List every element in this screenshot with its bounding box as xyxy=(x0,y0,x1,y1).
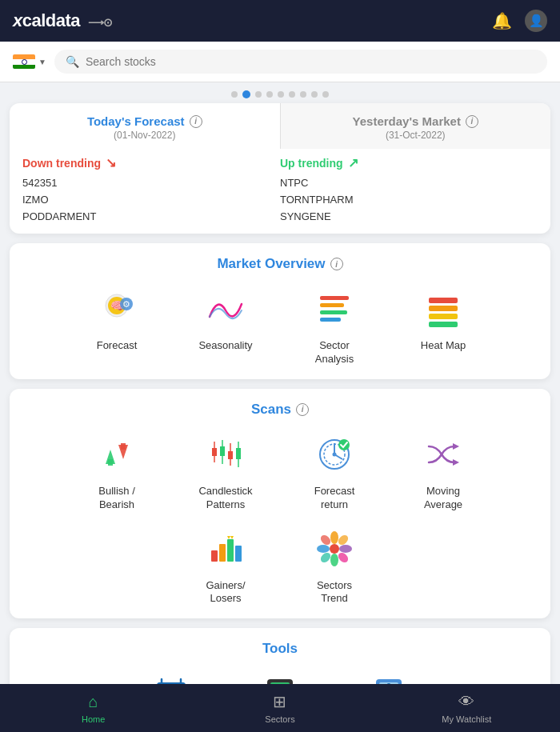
profile-icon[interactable]: 👤 xyxy=(525,10,547,32)
page-dots xyxy=(0,82,560,103)
today-title: Today's Forecast xyxy=(87,114,185,128)
sectors-trend-label: SectorsTrend xyxy=(317,579,352,606)
sectors-trend-icon xyxy=(310,525,358,573)
svg-rect-5 xyxy=(320,296,349,300)
svg-rect-21 xyxy=(220,446,225,456)
heatmap-label: Heat Map xyxy=(421,339,466,353)
svg-rect-40 xyxy=(235,546,242,562)
search-input[interactable] xyxy=(86,55,536,68)
market-overview-title: Market Overview i xyxy=(22,256,538,272)
forecast-header: Today's Forecast i (01-Nov-2022) Yesterd… xyxy=(10,103,550,149)
stocks-row: 542351 IZMO PODDARMENT NTPC TORNTPHARM S… xyxy=(10,174,550,234)
forecast-icon: 🧠 ⚙ xyxy=(93,285,141,333)
dot-1[interactable] xyxy=(231,91,238,98)
scans-grid: Bullish /Bearish xyxy=(22,430,538,606)
watchlist-icon: 👁 xyxy=(458,693,474,711)
market-overview-grid: 🧠 ⚙ Forecast Seasonality xyxy=(22,285,538,366)
svg-point-50 xyxy=(337,550,350,564)
bullish-bearish-icon xyxy=(93,430,141,478)
svg-point-47 xyxy=(319,533,333,546)
dot-2[interactable] xyxy=(242,90,250,98)
country-selector[interactable]: ▼ xyxy=(13,54,46,69)
nav-home[interactable]: ⌂ Home xyxy=(0,684,186,732)
seasonality-item[interactable]: Seasonality xyxy=(178,285,274,366)
down-stock-3[interactable]: PODDARMENT xyxy=(22,210,280,222)
dot-7[interactable] xyxy=(300,91,306,98)
bullish-bearish-label: Bullish /Bearish xyxy=(98,485,135,512)
svg-marker-36 xyxy=(453,459,459,466)
svg-point-44 xyxy=(330,554,338,566)
down-stock-2[interactable]: IZMO xyxy=(22,194,280,206)
svg-marker-41 xyxy=(227,536,234,539)
sector-analysis-icon xyxy=(310,285,358,333)
down-stock-1[interactable]: 542351 xyxy=(22,177,280,189)
svg-rect-7 xyxy=(320,310,347,314)
svg-rect-12 xyxy=(429,322,458,327)
logo: xcaldata ⟶⊙ xyxy=(13,10,113,31)
scans-info-icon[interactable]: i xyxy=(296,403,309,416)
up-stock-2[interactable]: TORNTPHARM xyxy=(280,194,538,206)
heatmap-item[interactable]: Heat Map xyxy=(395,285,491,366)
svg-marker-35 xyxy=(453,443,459,450)
svg-point-49 xyxy=(319,550,333,564)
svg-rect-14 xyxy=(108,459,113,466)
down-stocks-col: 542351 IZMO PODDARMENT xyxy=(22,177,280,222)
yesterday-title: Yesterday's Market xyxy=(353,114,461,128)
nav-watchlist[interactable]: 👁 My Watchlist xyxy=(374,684,560,732)
forecast-return-label: Forecastreturn xyxy=(314,485,355,512)
svg-rect-38 xyxy=(219,544,226,562)
candlestick-icon xyxy=(202,430,250,478)
seasonality-icon xyxy=(202,285,250,333)
forecast-card: Today's Forecast i (01-Nov-2022) Yesterd… xyxy=(10,103,550,234)
tools-title: Tools xyxy=(22,641,538,657)
india-flag xyxy=(13,54,35,69)
up-stock-3[interactable]: SYNGENE xyxy=(280,210,538,222)
forecast-return-item[interactable]: Forecastreturn xyxy=(286,430,382,512)
forecast-label: Forecast xyxy=(97,339,138,353)
sectors-trend-item[interactable]: SectorsTrend xyxy=(286,525,382,606)
svg-rect-39 xyxy=(227,539,234,562)
up-stock-1[interactable]: NTPC xyxy=(280,177,538,189)
candlestick-label: CandlestickPatterns xyxy=(198,485,252,512)
sector-analysis-label: SectorAnalysis xyxy=(315,339,354,366)
sector-analysis-item[interactable]: SectorAnalysis xyxy=(286,285,382,366)
up-stocks-col: NTPC TORNTPHARM SYNGENE xyxy=(280,177,538,222)
dot-4[interactable] xyxy=(266,91,273,98)
moving-average-item[interactable]: MovingAverage xyxy=(395,430,491,512)
nav-home-label: Home xyxy=(82,714,105,724)
country-chevron: ▼ xyxy=(38,58,46,66)
dot-8[interactable] xyxy=(311,91,318,98)
scans-title: Scans i xyxy=(22,402,538,418)
nav-sectors-label: Sectors xyxy=(265,714,294,724)
notification-icon[interactable]: 🔔 xyxy=(492,11,512,30)
scans-section: Scans i Bullish /Bearish xyxy=(10,389,550,619)
forecast-return-icon xyxy=(310,430,358,478)
svg-rect-24 xyxy=(228,451,233,459)
yesterday-info-icon[interactable]: i xyxy=(466,115,478,128)
dot-6[interactable] xyxy=(289,91,295,98)
today-info-icon[interactable]: i xyxy=(190,115,202,128)
header-icons: 🔔 👤 xyxy=(492,10,547,32)
svg-point-33 xyxy=(333,452,337,456)
down-trend-label: Down trending ↘ xyxy=(22,155,280,170)
up-arrow-icon: ↗ xyxy=(348,155,358,170)
market-overview-info-icon[interactable]: i xyxy=(330,258,343,270)
heatmap-icon xyxy=(419,285,467,333)
seasonality-label: Seasonality xyxy=(198,339,252,353)
forecast-item[interactable]: 🧠 ⚙ Forecast xyxy=(69,285,165,366)
svg-text:⚙: ⚙ xyxy=(122,299,130,309)
up-trend-label: Up trending ↗ xyxy=(280,155,538,170)
bullish-bearish-item[interactable]: Bullish /Bearish xyxy=(69,430,165,512)
nav-sectors[interactable]: ⊞ Sectors xyxy=(186,684,373,732)
search-wrap[interactable]: 🔍 xyxy=(54,50,547,74)
candlestick-item[interactable]: CandlestickPatterns xyxy=(178,430,274,512)
dot-9[interactable] xyxy=(322,91,329,98)
today-date: (01-Nov-2022) xyxy=(22,130,267,141)
svg-point-48 xyxy=(337,533,350,546)
dot-5[interactable] xyxy=(278,91,284,98)
dot-3[interactable] xyxy=(255,91,262,98)
svg-rect-37 xyxy=(211,550,218,562)
gainers-losers-item[interactable]: Gainers/Losers xyxy=(178,525,274,606)
svg-rect-27 xyxy=(236,448,241,459)
svg-rect-11 xyxy=(429,314,458,319)
